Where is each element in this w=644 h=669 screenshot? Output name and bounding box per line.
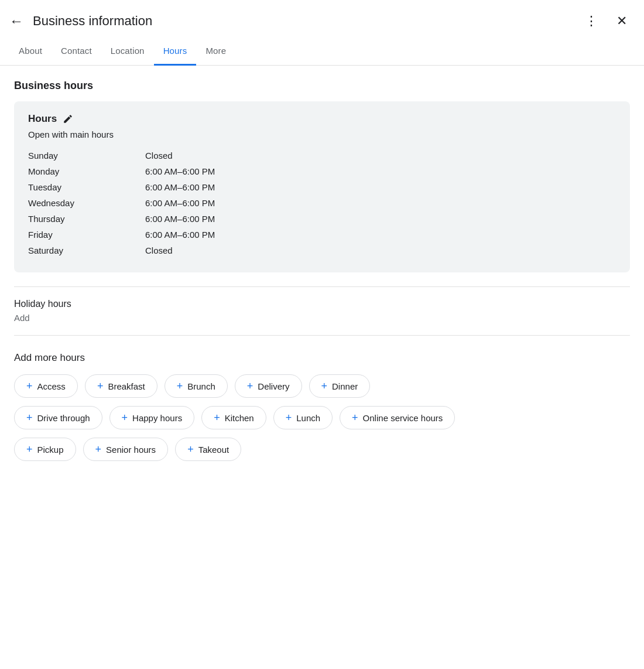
plus-icon: + xyxy=(352,412,358,423)
chip-label: Access xyxy=(37,381,66,391)
table-row: Friday6:00 AM–6:00 PM xyxy=(28,227,616,243)
add-hours-chip-lunch[interactable]: +Lunch xyxy=(273,406,333,429)
add-hours-chip-delivery[interactable]: +Delivery xyxy=(235,374,302,398)
chip-label: Delivery xyxy=(258,381,289,391)
pencil-icon xyxy=(63,114,73,124)
add-hours-chip-online-service-hours[interactable]: +Online service hours xyxy=(340,406,455,429)
back-button[interactable]: ← xyxy=(9,14,23,28)
hours-value: 6:00 AM–6:00 PM xyxy=(145,227,616,243)
section-divider-2 xyxy=(14,335,630,336)
add-hours-chip-senior-hours[interactable]: +Senior hours xyxy=(83,438,169,461)
hours-value: 6:00 AM–6:00 PM xyxy=(145,211,616,227)
tab-hours[interactable]: Hours xyxy=(154,37,197,66)
hours-value: 6:00 AM–6:00 PM xyxy=(145,163,616,179)
chips-row: +Pickup+Senior hours+Takeout xyxy=(14,438,630,461)
plus-icon: + xyxy=(95,444,102,455)
chips-row: +Drive through+Happy hours+Kitchen+Lunch… xyxy=(14,406,630,429)
table-row: SundayClosed xyxy=(28,148,616,163)
chip-label: Lunch xyxy=(296,413,320,423)
hours-value: 6:00 AM–6:00 PM xyxy=(145,179,616,195)
section-divider xyxy=(14,286,630,287)
main-content: Business hours Hours Open with main hour… xyxy=(0,66,644,488)
plus-icon: + xyxy=(26,381,33,391)
tab-more[interactable]: More xyxy=(196,37,235,66)
plus-icon: + xyxy=(177,381,183,391)
add-hours-chip-kitchen[interactable]: +Kitchen xyxy=(201,406,266,429)
plus-icon: + xyxy=(187,444,194,455)
chip-label: Takeout xyxy=(198,445,229,455)
tab-location[interactable]: Location xyxy=(101,37,154,66)
day-label: Saturday xyxy=(28,243,145,258)
business-hours-title: Business hours xyxy=(14,80,630,92)
tab-contact[interactable]: Contact xyxy=(52,37,101,66)
chip-label: Online service hours xyxy=(363,413,443,423)
add-hours-chip-brunch[interactable]: +Brunch xyxy=(165,374,228,398)
add-more-hours-title: Add more hours xyxy=(14,352,630,364)
table-row: Monday6:00 AM–6:00 PM xyxy=(28,163,616,179)
chip-label: Drive through xyxy=(37,413,90,423)
hours-value: Closed xyxy=(145,243,616,258)
day-label: Monday xyxy=(28,163,145,179)
plus-icon: + xyxy=(97,381,104,391)
add-more-hours-section: Add more hours +Access+Breakfast+Brunch+… xyxy=(14,352,630,461)
chip-label: Breakfast xyxy=(108,381,145,391)
table-row: Wednesday6:00 AM–6:00 PM xyxy=(28,195,616,211)
chips-container: +Access+Breakfast+Brunch+Delivery+Dinner… xyxy=(14,374,630,461)
table-row: Tuesday6:00 AM–6:00 PM xyxy=(28,179,616,195)
hours-table: SundayClosedMonday6:00 AM–6:00 PMTuesday… xyxy=(28,148,616,258)
hours-card-header: Hours xyxy=(28,113,616,125)
chips-row: +Access+Breakfast+Brunch+Delivery+Dinner xyxy=(14,374,630,398)
hours-value: 6:00 AM–6:00 PM xyxy=(145,195,616,211)
holiday-hours-title: Holiday hours xyxy=(14,299,630,309)
table-row: SaturdayClosed xyxy=(28,243,616,258)
add-hours-chip-drive-through[interactable]: +Drive through xyxy=(14,406,102,429)
add-holiday-hours-button[interactable]: Add xyxy=(14,313,30,323)
close-button[interactable]: ✕ xyxy=(611,11,632,32)
header: ← Business information ⋮ ✕ xyxy=(0,0,644,37)
chip-label: Dinner xyxy=(332,381,358,391)
open-status: Open with main hours xyxy=(28,129,616,139)
plus-icon: + xyxy=(321,381,328,391)
hours-card: Hours Open with main hours SundayClosedM… xyxy=(14,101,630,272)
more-options-button[interactable]: ⋮ xyxy=(581,11,602,32)
holiday-hours-section: Holiday hours Add xyxy=(14,299,630,323)
day-label: Thursday xyxy=(28,211,145,227)
add-hours-chip-dinner[interactable]: +Dinner xyxy=(309,374,371,398)
table-row: Thursday6:00 AM–6:00 PM xyxy=(28,211,616,227)
page-title: Business information xyxy=(33,13,581,29)
add-hours-chip-breakfast[interactable]: +Breakfast xyxy=(85,374,157,398)
plus-icon: + xyxy=(214,412,220,423)
plus-icon: + xyxy=(247,381,254,391)
plus-icon: + xyxy=(26,412,33,423)
tab-about[interactable]: About xyxy=(9,37,52,66)
day-label: Sunday xyxy=(28,148,145,163)
header-icons: ⋮ ✕ xyxy=(581,11,632,32)
plus-icon: + xyxy=(26,444,33,455)
plus-icon: + xyxy=(122,412,128,423)
day-label: Tuesday xyxy=(28,179,145,195)
chip-label: Kitchen xyxy=(225,413,254,423)
chip-label: Senior hours xyxy=(106,445,156,455)
chip-label: Pickup xyxy=(37,445,64,455)
plus-icon: + xyxy=(286,412,292,423)
add-hours-chip-access[interactable]: +Access xyxy=(14,374,78,398)
tabs-nav: AboutContactLocationHoursMore xyxy=(0,37,644,66)
add-hours-chip-happy-hours[interactable]: +Happy hours xyxy=(109,406,195,429)
hours-card-label: Hours xyxy=(28,113,57,125)
chip-label: Brunch xyxy=(187,381,215,391)
day-label: Wednesday xyxy=(28,195,145,211)
hours-value: Closed xyxy=(145,148,616,163)
edit-hours-button[interactable] xyxy=(63,114,73,124)
day-label: Friday xyxy=(28,227,145,243)
chip-label: Happy hours xyxy=(132,413,182,423)
add-hours-chip-takeout[interactable]: +Takeout xyxy=(175,438,241,461)
add-hours-chip-pickup[interactable]: +Pickup xyxy=(14,438,76,461)
